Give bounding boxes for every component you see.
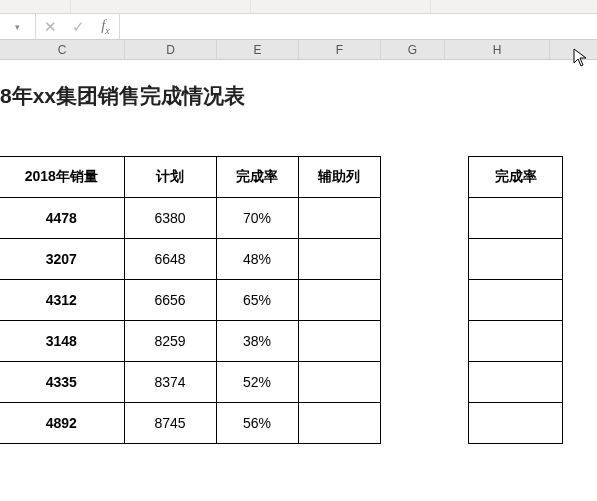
cell-side-rate[interactable]	[469, 321, 563, 362]
column-header-H[interactable]: H	[445, 40, 550, 59]
column-header-E[interactable]: E	[217, 40, 299, 59]
cell-aux[interactable]	[298, 239, 380, 280]
cell-rate[interactable]: 56%	[216, 403, 298, 444]
header-aux[interactable]: 辅助列	[298, 157, 380, 198]
table-header-row: 2018年销量 计划 完成率 辅助列	[0, 157, 380, 198]
side-header-rate[interactable]: 完成率	[469, 157, 563, 198]
cell-rate[interactable]: 52%	[216, 362, 298, 403]
cell-aux[interactable]	[298, 362, 380, 403]
header-plan[interactable]: 计划	[124, 157, 216, 198]
ribbon-fragment	[0, 0, 597, 14]
table-row	[469, 321, 563, 362]
cell-side-rate[interactable]	[469, 280, 563, 321]
table-row	[469, 239, 563, 280]
column-header-D[interactable]: D	[125, 40, 217, 59]
check-icon: ✓	[72, 18, 85, 36]
cancel-button[interactable]: ✕	[36, 14, 64, 39]
main-table: 2018年销量 计划 完成率 辅助列 4478638070%3207664848…	[0, 156, 381, 444]
cell-side-rate[interactable]	[469, 403, 563, 444]
table-row: 4312665665%	[0, 280, 380, 321]
cell-sales[interactable]: 4892	[0, 403, 124, 444]
cell-sales[interactable]: 4478	[0, 198, 124, 239]
fx-icon: fx	[101, 17, 110, 36]
cell-side-rate[interactable]	[469, 198, 563, 239]
enter-button[interactable]: ✓	[64, 14, 92, 39]
worksheet-area[interactable]: 8年xx集团销售完成情况表 2018年销量 计划 完成率 辅助列 4478638…	[0, 60, 597, 501]
page-title: 8年xx集团销售完成情况表	[0, 82, 245, 110]
header-rate[interactable]: 完成率	[216, 157, 298, 198]
cell-sales[interactable]: 4335	[0, 362, 124, 403]
cell-plan[interactable]: 6656	[124, 280, 216, 321]
column-header-G[interactable]: G	[381, 40, 445, 59]
table-row	[469, 362, 563, 403]
table-row: 4478638070%	[0, 198, 380, 239]
table-row: 4335837452%	[0, 362, 380, 403]
cell-side-rate[interactable]	[469, 239, 563, 280]
column-header-I[interactable]	[550, 40, 597, 59]
table-row	[469, 403, 563, 444]
cell-rate[interactable]: 48%	[216, 239, 298, 280]
cell-aux[interactable]	[298, 403, 380, 444]
column-header-C[interactable]: C	[0, 40, 125, 59]
header-sales[interactable]: 2018年销量	[0, 157, 124, 198]
side-table: 完成率	[468, 156, 563, 444]
table-row: 3148825938%	[0, 321, 380, 362]
cell-aux[interactable]	[298, 321, 380, 362]
table-row: 3207664848%	[0, 239, 380, 280]
table-row	[469, 280, 563, 321]
cell-rate[interactable]: 70%	[216, 198, 298, 239]
cell-plan[interactable]: 8745	[124, 403, 216, 444]
cell-aux[interactable]	[298, 198, 380, 239]
insert-function-button[interactable]: fx	[92, 14, 120, 39]
table-row: 4892874556%	[0, 403, 380, 444]
cell-plan[interactable]: 8374	[124, 362, 216, 403]
cell-sales[interactable]: 3207	[0, 239, 124, 280]
cell-plan[interactable]: 6380	[124, 198, 216, 239]
column-header-F[interactable]: F	[299, 40, 381, 59]
cell-side-rate[interactable]	[469, 362, 563, 403]
cell-plan[interactable]: 8259	[124, 321, 216, 362]
cell-sales[interactable]: 3148	[0, 321, 124, 362]
cell-aux[interactable]	[298, 280, 380, 321]
formula-input[interactable]	[120, 14, 597, 39]
cancel-icon: ✕	[44, 18, 57, 36]
name-box[interactable]: ▾	[0, 14, 36, 39]
cell-sales[interactable]: 4312	[0, 280, 124, 321]
cell-rate[interactable]: 38%	[216, 321, 298, 362]
column-header-row: C D E F G H	[0, 40, 597, 60]
table-row	[469, 198, 563, 239]
cell-plan[interactable]: 6648	[124, 239, 216, 280]
formula-bar: ▾ ✕ ✓ fx	[0, 14, 597, 40]
name-box-dropdown-icon: ▾	[15, 22, 20, 32]
cell-rate[interactable]: 65%	[216, 280, 298, 321]
